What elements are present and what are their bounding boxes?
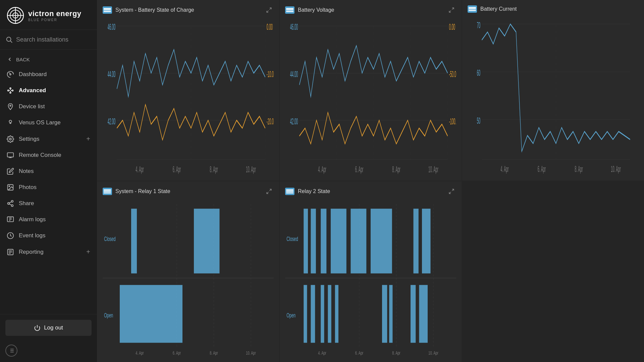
sidebar-item-device-list[interactable]: Device list	[0, 99, 97, 115]
svg-text:6. Apr: 6. Apr	[173, 350, 181, 356]
logout-button[interactable]: Log out	[5, 320, 92, 336]
svg-rect-131	[414, 209, 419, 274]
settings-label: Settings	[19, 136, 39, 142]
reporting-icon	[7, 248, 14, 256]
chart-area-soc: 46.00 44.00 42.00 0.00 -10.00 -20.00 4. …	[103, 18, 274, 175]
svg-text:-20.00: -20.00	[267, 116, 274, 126]
chart-battery-current: Battery Current 70 60 50 4. Apr 6.	[462, 0, 644, 181]
svg-point-11	[12, 90, 13, 91]
svg-text:-50.00: -50.00	[449, 69, 456, 79]
svg-text:10. Apr: 10. Apr	[246, 350, 256, 356]
sidebar-item-reporting[interactable]: Reporting +	[0, 244, 97, 260]
svg-text:8. Apr: 8. Apr	[210, 350, 218, 356]
search-area[interactable]: Search installations	[0, 30, 97, 50]
device-list-label: Device list	[19, 103, 45, 110]
expand-voltage-button[interactable]	[447, 5, 456, 15]
svg-line-102	[270, 189, 271, 191]
sidebar-item-remote-console[interactable]: Remote Console	[0, 147, 97, 163]
svg-line-8	[9, 73, 10, 74]
share-label: Share	[19, 200, 34, 207]
bottom-circle-button[interactable]	[5, 345, 17, 357]
closed-label-relay2: Closed	[286, 236, 298, 242]
alarm-logs-label: Alarm logs	[19, 216, 46, 223]
svg-point-17	[10, 105, 11, 106]
svg-text:42.00: 42.00	[290, 116, 298, 126]
svg-text:6. Apr: 6. Apr	[355, 350, 363, 356]
expand-relay2-button[interactable]	[447, 187, 456, 196]
alarm-icon	[7, 216, 14, 223]
svg-rect-141	[419, 285, 428, 343]
chart-icon-current	[468, 5, 477, 13]
sidebar-item-notes[interactable]: Notes	[0, 163, 97, 179]
svg-point-7	[10, 74, 11, 75]
svg-rect-112	[131, 209, 137, 274]
settings-icon	[7, 135, 14, 143]
svg-point-5	[7, 37, 11, 42]
svg-line-68	[452, 8, 454, 9]
svg-rect-136	[328, 285, 331, 343]
svg-point-12	[10, 92, 11, 94]
svg-text:6. Apr: 6. Apr	[538, 164, 546, 174]
sidebar-item-advanced[interactable]: Advanced	[0, 82, 97, 99]
svg-text:70: 70	[477, 20, 480, 30]
svg-text:46.00: 46.00	[290, 22, 298, 32]
svg-text:4. Apr: 4. Apr	[500, 164, 509, 174]
svg-line-69	[449, 11, 451, 12]
sidebar-item-dashboard[interactable]: Dashboard	[0, 66, 97, 82]
svg-line-31	[9, 202, 11, 203]
logout-area: Log out	[0, 314, 97, 341]
search-icon	[5, 36, 13, 43]
sidebar-item-event-logs[interactable]: Event logs	[0, 228, 97, 244]
sidebar-item-venus-os[interactable]: Venus OS Large	[0, 115, 97, 131]
svg-text:8. Apr: 8. Apr	[392, 164, 400, 174]
svg-rect-125	[304, 209, 308, 274]
svg-rect-130	[371, 209, 392, 274]
reporting-label: Reporting	[19, 249, 44, 255]
svg-text:6. Apr: 6. Apr	[173, 164, 181, 174]
svg-point-21	[9, 138, 11, 140]
sidebar-item-share[interactable]: Share	[0, 195, 97, 212]
chart-title-relay2: Relay 2 State	[298, 188, 443, 194]
search-placeholder: Search installations	[16, 36, 68, 43]
event-icon	[7, 232, 14, 239]
chart-icon-relay2	[285, 188, 294, 195]
remote-icon	[7, 152, 14, 159]
chart-title-voltage: Battery Voltage	[298, 7, 443, 13]
svg-line-116	[449, 192, 451, 194]
chart-icon-relay1	[103, 188, 112, 195]
svg-rect-127	[321, 209, 326, 274]
svg-rect-113	[194, 209, 220, 274]
svg-point-27	[11, 200, 13, 202]
expand-relay1-button[interactable]	[264, 187, 274, 196]
power-icon	[34, 324, 41, 331]
svg-point-18	[9, 120, 11, 123]
svg-text:60: 60	[477, 68, 480, 77]
svg-rect-22	[7, 153, 13, 157]
svg-text:8. Apr: 8. Apr	[210, 164, 218, 174]
settings-plus-icon[interactable]: +	[86, 135, 90, 143]
sidebar-item-alarm-logs[interactable]: Alarm logs	[0, 212, 97, 228]
back-label: BACK	[16, 57, 30, 62]
device-list-icon	[7, 103, 14, 110]
closed-label-relay1: Closed	[104, 236, 115, 242]
svg-rect-134	[311, 285, 315, 343]
chart-title-current: Battery Current	[480, 6, 639, 12]
share-icon	[7, 200, 14, 207]
remote-console-label: Remote Console	[19, 152, 61, 159]
svg-rect-128	[331, 209, 346, 274]
sidebar: victron energy BLUE POWER Search install…	[0, 0, 97, 362]
photos-icon	[7, 184, 14, 191]
reporting-plus-icon[interactable]: +	[86, 248, 90, 256]
svg-rect-129	[351, 209, 367, 274]
back-button[interactable]: BACK	[0, 52, 97, 66]
svg-point-10	[10, 88, 11, 89]
svg-rect-140	[411, 285, 416, 343]
expand-soc-button[interactable]	[264, 5, 274, 15]
nav-area: BACK Dashboard	[0, 50, 97, 314]
chart-area-relay2: Closed Open 4. Apr 6. Apr 8. Apr 10. Apr	[285, 199, 456, 357]
advanced-label: Advanced	[19, 87, 46, 94]
venus-os-label: Venus OS Large	[19, 119, 61, 126]
sidebar-item-photos[interactable]: Photos	[0, 179, 97, 195]
svg-text:10. Apr: 10. Apr	[428, 350, 438, 356]
sidebar-item-settings[interactable]: Settings +	[0, 131, 97, 147]
